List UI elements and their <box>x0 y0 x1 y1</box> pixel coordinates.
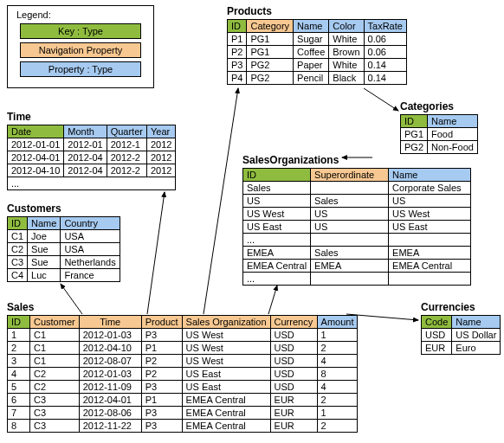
table-row: C3SueNetherlands <box>8 256 120 269</box>
salesorgs-block: SalesOrganizations ID Superordinate Name… <box>242 154 471 286</box>
col-month: Month <box>64 125 107 138</box>
legend-title: Legend: <box>16 10 146 20</box>
categories-block: Categories ID Name PG1Food PG2Non-Food <box>400 100 478 154</box>
col-id: ID <box>8 316 30 329</box>
table-row: P2PG1CoffeeBrown0.06 <box>228 46 407 59</box>
table-row: SalesCorporate Sales <box>243 182 471 195</box>
table-row: 7C32012-08-06P3EMEA CentralEUR1 <box>8 407 358 420</box>
products-table: ID Category Name Color TaxRate P1PG1Suga… <box>227 19 407 85</box>
col-color: Color <box>329 20 364 33</box>
table-row: US WestUSUS West <box>243 208 471 221</box>
legend-key: Key : Type <box>20 23 141 39</box>
col-product: Product <box>141 316 182 329</box>
time-title: Time <box>7 111 176 123</box>
table-row: 2012-04-012012-042012-22012 <box>8 151 176 164</box>
table-row: PG1Food <box>401 128 478 141</box>
col-country: Country <box>61 217 120 230</box>
col-name: Name <box>428 115 478 128</box>
table-row: ... <box>8 177 176 190</box>
table-row: 2012-04-102012-042012-22012 <box>8 164 176 177</box>
products-block: Products ID Category Name Color TaxRate … <box>227 5 407 85</box>
table-row: P1PG1SugarWhite0.06 <box>228 33 407 46</box>
arrow-icon <box>147 192 165 314</box>
table-row: C1JoeUSA <box>8 230 120 243</box>
sales-table: ID Customer Time Product Sales Organizat… <box>7 315 358 433</box>
categories-title: Categories <box>400 100 478 112</box>
col-id: ID <box>228 20 247 33</box>
currencies-block: Currencies Code Name USDUS Dollar EUREur… <box>421 301 501 355</box>
table-row: 5C22012-11-09P3US EastUSD4 <box>8 381 358 394</box>
time-table: Date Month Quarter Year 2012-01-012012-0… <box>7 125 176 190</box>
table-row: 1C12012-01-03P3US WestUSD1 <box>8 329 358 342</box>
legend-nav: Navigation Property <box>20 42 141 58</box>
customers-title: Customers <box>7 202 120 215</box>
table-row: C2SueUSA <box>8 243 120 256</box>
col-name: Name <box>452 316 501 329</box>
table-row: USDUS Dollar <box>422 329 501 342</box>
table-row: ... <box>243 234 471 247</box>
legend-box: Legend: Key : Type Navigation Property P… <box>7 5 154 88</box>
salesorgs-table: ID Superordinate Name SalesCorporate Sal… <box>242 168 471 286</box>
col-org: Sales Organization <box>182 316 270 329</box>
col-quarter: Quarter <box>107 125 146 138</box>
table-row: EUREuro <box>422 342 501 355</box>
col-name: Name <box>28 217 61 230</box>
customers-block: Customers ID Name Country C1JoeUSA C2Sue… <box>7 202 120 282</box>
arrow-icon <box>364 88 398 111</box>
table-row: 2012-01-012012-012012-12012 <box>8 138 176 151</box>
table-row: 3C12012-08-07P2US WestUSD4 <box>8 355 358 368</box>
table-row: C4LucFrance <box>8 269 120 282</box>
table-row: 2C12012-04-10P1US WestUSD2 <box>8 342 358 355</box>
table-row: EMEASalesEMEA <box>243 247 471 260</box>
table-row: P3PG2PaperWhite0.14 <box>228 59 407 72</box>
col-time: Time <box>79 316 141 329</box>
table-row: ... <box>243 273 471 286</box>
col-name: Name <box>294 20 329 33</box>
arrow-icon <box>204 88 238 314</box>
table-row: EMEA CentralEMEAEMEA Central <box>243 260 471 273</box>
col-amount: Amount <box>317 316 358 329</box>
currencies-title: Currencies <box>421 301 501 313</box>
table-row: 6C32012-04-01P1EMEA CentralEUR2 <box>8 394 358 407</box>
currencies-table: Code Name USDUS Dollar EUREuro <box>421 315 501 355</box>
col-tax: TaxRate <box>364 20 406 33</box>
col-category: Category <box>247 20 294 33</box>
table-row: PG2Non-Food <box>401 141 478 154</box>
sales-block: Sales ID Customer Time Product Sales Org… <box>7 301 358 433</box>
time-block: Time Date Month Quarter Year 2012-01-012… <box>7 111 176 190</box>
col-name: Name <box>389 169 471 182</box>
col-id: ID <box>243 169 311 182</box>
salesorgs-title: SalesOrganizations <box>242 154 471 166</box>
col-id: ID <box>401 115 428 128</box>
table-row: P4PG2PencilBlack0.14 <box>228 72 407 85</box>
categories-table: ID Name PG1Food PG2Non-Food <box>400 114 478 154</box>
col-year: Year <box>146 125 175 138</box>
col-customer: Customer <box>30 316 80 329</box>
table-row: 8C32012-11-22P3EMEA CentralEUR2 <box>8 420 358 433</box>
table-row: US EastUSUS East <box>243 221 471 234</box>
customers-table: ID Name Country C1JoeUSA C2SueUSA C3SueN… <box>7 216 120 282</box>
table-row: 4C22012-01-03P2US EastUSD8 <box>8 368 358 381</box>
legend-prop: Property : Type <box>20 61 141 77</box>
table-row: USSalesUS <box>243 195 471 208</box>
col-super: Superordinate <box>311 169 389 182</box>
col-date: Date <box>8 125 64 138</box>
col-code: Code <box>422 316 452 329</box>
products-title: Products <box>227 5 407 17</box>
col-id: ID <box>8 217 28 230</box>
sales-title: Sales <box>7 301 358 313</box>
col-currency: Currency <box>270 316 317 329</box>
